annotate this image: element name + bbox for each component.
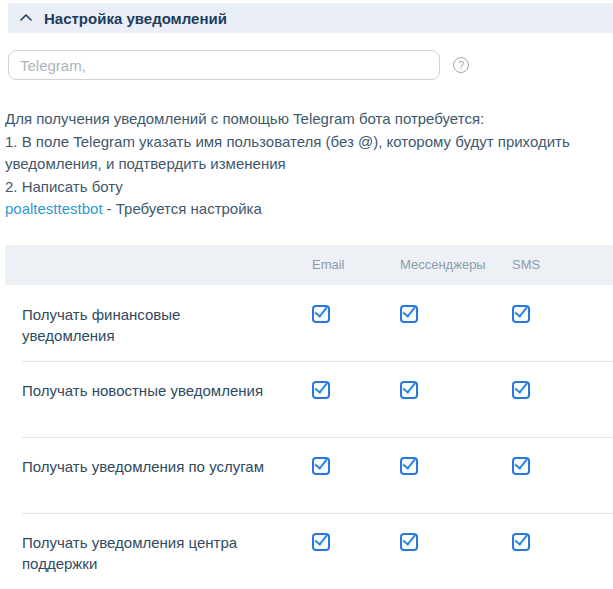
- table-header-row: Email Мессенджеры SMS: [5, 245, 613, 285]
- table-row-financial: Получать финансовые уведомления: [5, 285, 613, 361]
- telegram-input-row: ?: [8, 50, 613, 80]
- checkbox-financial-sms[interactable]: [512, 305, 530, 323]
- table-row-news: Получать новостные уведомления: [5, 361, 613, 437]
- row-label: Получать уведомления центра поддержки: [5, 532, 312, 574]
- help-icon[interactable]: ?: [453, 57, 469, 73]
- bot-status: - Требуется настройка: [107, 200, 262, 217]
- row-label: Получать финансовые уведомления: [5, 304, 312, 346]
- chevron-up-icon[interactable]: [19, 11, 33, 25]
- column-header-sms: SMS: [512, 257, 613, 272]
- checkbox-services-sms[interactable]: [512, 457, 530, 475]
- checkbox-support-sms[interactable]: [512, 533, 530, 551]
- checkbox-services-messengers[interactable]: [400, 457, 418, 475]
- checkbox-support-email[interactable]: [312, 533, 330, 551]
- notifications-table: Email Мессенджеры SMS Получать финансовы…: [5, 245, 613, 589]
- section-title: Настройка уведомлений: [44, 10, 227, 27]
- bot-line: poaltesttestbot- Требуется настройка: [5, 198, 613, 221]
- table-body: Получать финансовые уведомления Получать…: [5, 285, 613, 589]
- checkbox-news-email[interactable]: [312, 381, 330, 399]
- row-label: Получать новостные уведомления: [5, 380, 312, 401]
- telegram-instructions: Для получения уведомлений с помощью Tele…: [5, 108, 613, 198]
- checkbox-news-messengers[interactable]: [400, 381, 418, 399]
- checkbox-services-email[interactable]: [312, 457, 330, 475]
- bot-link[interactable]: poaltesttestbot: [5, 200, 103, 217]
- table-row-support: Получать уведомления центра поддержки: [5, 513, 613, 589]
- notifications-section-header[interactable]: Настройка уведомлений: [8, 3, 613, 33]
- column-header-messengers: Мессенджеры: [400, 257, 512, 272]
- telegram-input[interactable]: [8, 50, 440, 80]
- column-header-email: Email: [312, 257, 400, 272]
- checkbox-support-messengers[interactable]: [400, 533, 418, 551]
- row-label: Получать уведомления по услугам: [5, 456, 312, 477]
- checkbox-financial-email[interactable]: [312, 305, 330, 323]
- checkbox-financial-messengers[interactable]: [400, 305, 418, 323]
- checkbox-news-sms[interactable]: [512, 381, 530, 399]
- table-row-services: Получать уведомления по услугам: [5, 437, 613, 513]
